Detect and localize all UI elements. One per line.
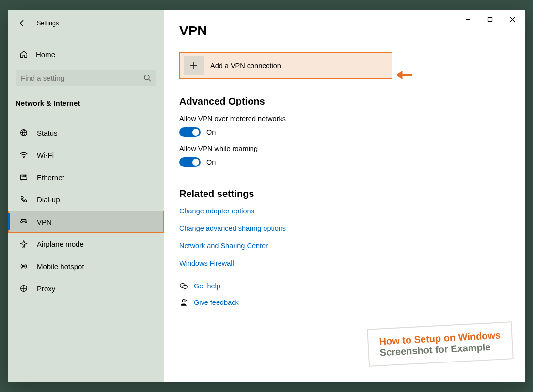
- minimize-icon: [465, 17, 470, 22]
- close-button[interactable]: [501, 12, 523, 27]
- add-vpn-button[interactable]: Add a VPN connection: [179, 52, 392, 79]
- link-adapter-options[interactable]: Change adapter options: [179, 207, 510, 215]
- toggle-state: On: [206, 128, 216, 136]
- main-panel: VPN Add a VPN connection Advanced Option…: [164, 10, 525, 382]
- app-title: Settings: [37, 20, 59, 27]
- feedback-link[interactable]: Give feedback: [194, 299, 239, 306]
- toggle-metered[interactable]: [179, 127, 201, 137]
- minimize-button[interactable]: [456, 12, 479, 27]
- search-wrap: [16, 70, 156, 86]
- nav-item-hotspot[interactable]: Mobile hotspot: [8, 255, 164, 277]
- nav-item-label: Ethernet: [37, 173, 64, 181]
- nav-list: Status Wi-Fi Ethernet Dial-up VPN Airpla…: [8, 121, 164, 300]
- nav-item-status[interactable]: Status: [8, 121, 164, 144]
- related-section: Related settings Change adapter options …: [179, 188, 510, 267]
- svg-point-8: [23, 266, 25, 267]
- nav-item-wifi[interactable]: Wi-Fi: [8, 144, 164, 166]
- maximize-button[interactable]: [479, 12, 501, 27]
- maximize-icon: [487, 17, 493, 22]
- wifi-icon: [19, 151, 28, 159]
- plus-icon: [184, 56, 204, 75]
- nav-item-label: Airplane mode: [37, 240, 84, 248]
- vpn-icon: [19, 217, 28, 226]
- proxy-icon: [19, 284, 28, 293]
- svg-rect-3: [21, 175, 27, 180]
- nav-item-label: Wi-Fi: [37, 151, 54, 159]
- link-sharing-center[interactable]: Network and Sharing Center: [179, 242, 510, 250]
- titlebar: Settings: [8, 14, 164, 33]
- nav-item-dialup[interactable]: Dial-up: [8, 188, 164, 211]
- back-button[interactable]: [14, 15, 31, 32]
- nav-item-label: Status: [37, 129, 58, 137]
- svg-point-2: [23, 157, 24, 158]
- link-firewall[interactable]: Windows Firewall: [179, 259, 510, 267]
- search-icon: [143, 74, 151, 82]
- nav-item-label: VPN: [37, 218, 52, 226]
- related-heading: Related settings: [179, 188, 510, 199]
- watermark: How to Setup on Windows Screenshot for E…: [367, 321, 514, 367]
- nav-item-proxy[interactable]: Proxy: [8, 277, 164, 300]
- advanced-heading: Advanced Options: [179, 96, 510, 107]
- nav-item-ethernet[interactable]: Ethernet: [8, 166, 164, 188]
- option-metered: Allow VPN over metered networks On: [179, 115, 510, 137]
- svg-rect-13: [488, 17, 492, 21]
- arrow-left-icon: [18, 19, 26, 27]
- footer-links: Get help Give feedback: [179, 282, 510, 307]
- svg-point-6: [21, 221, 23, 223]
- svg-rect-4: [22, 175, 23, 177]
- help-icon: [179, 282, 188, 290]
- nav-item-airplane[interactable]: Airplane mode: [8, 233, 164, 255]
- close-icon: [510, 17, 515, 22]
- hotspot-icon: [19, 262, 28, 271]
- option-roaming: Allow VPN while roaming On: [179, 145, 510, 167]
- nav-item-label: Proxy: [37, 285, 55, 293]
- ethernet-icon: [19, 173, 28, 181]
- airplane-icon: [19, 240, 28, 248]
- option-label: Allow VPN while roaming: [179, 145, 510, 152]
- window-controls: [456, 12, 523, 27]
- sidebar-section-title: Network & Internet: [16, 99, 164, 107]
- home-label: Home: [36, 50, 55, 59]
- nav-home[interactable]: Home: [8, 44, 164, 65]
- globe-icon: [19, 128, 28, 137]
- feedback-icon: [179, 298, 188, 307]
- toggle-roaming[interactable]: [179, 157, 201, 167]
- feedback-row[interactable]: Give feedback: [179, 298, 510, 307]
- svg-point-12: [182, 300, 185, 302]
- nav-item-label: Mobile hotspot: [37, 262, 84, 271]
- annotation-arrow-icon: [395, 69, 413, 83]
- svg-point-0: [144, 75, 149, 80]
- add-vpn-label: Add a VPN connection: [210, 62, 281, 70]
- svg-point-11: [183, 285, 187, 288]
- get-help-row[interactable]: Get help: [179, 282, 510, 290]
- settings-window: Settings Home Network & Internet Status …: [8, 10, 525, 382]
- svg-point-7: [25, 221, 27, 223]
- svg-rect-5: [24, 175, 26, 177]
- get-help-link[interactable]: Get help: [194, 282, 220, 290]
- nav-item-label: Dial-up: [37, 196, 60, 204]
- home-icon: [19, 50, 28, 59]
- dialup-icon: [19, 195, 28, 204]
- toggle-state: On: [206, 158, 216, 166]
- search-input[interactable]: [16, 70, 156, 86]
- option-label: Allow VPN over metered networks: [179, 115, 510, 122]
- nav-item-vpn[interactable]: VPN: [8, 211, 164, 233]
- sidebar: Settings Home Network & Internet Status …: [8, 10, 164, 382]
- link-sharing-options[interactable]: Change advanced sharing options: [179, 225, 510, 232]
